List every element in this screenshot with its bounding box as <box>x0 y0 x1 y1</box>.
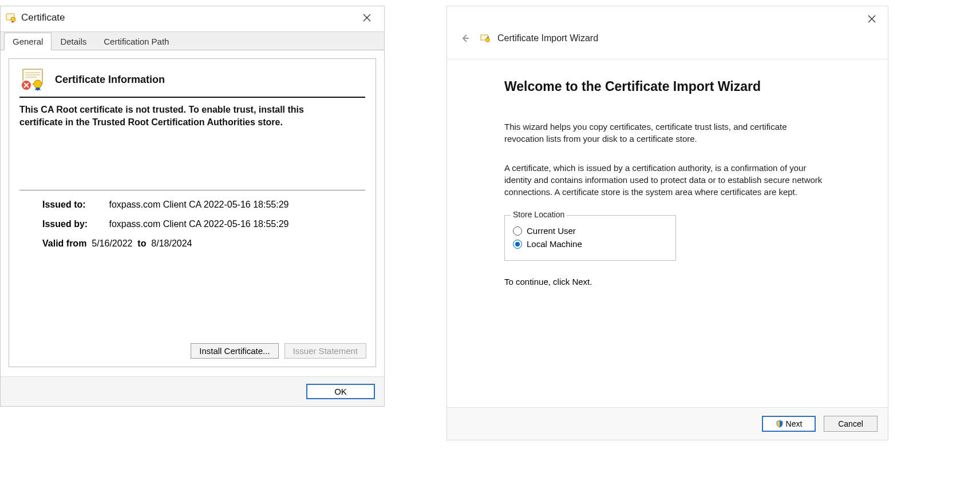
issued-by-label: Issued by: <box>42 219 106 229</box>
certificate-error-icon <box>19 68 47 91</box>
wizard-header: Certificate Import Wizard <box>447 6 888 59</box>
close-button[interactable] <box>860 11 883 27</box>
svg-point-1 <box>11 17 15 22</box>
tab-certification-path[interactable]: Certification Path <box>95 33 177 50</box>
shield-icon <box>776 420 784 428</box>
next-button[interactable]: Next <box>762 416 816 432</box>
issued-by-row: Issued by: foxpass.com Client CA 2022-05… <box>42 219 365 229</box>
trust-warning-text: This CA Root certificate is not trusted.… <box>19 104 340 128</box>
wizard-paragraph-1: This wizard helps you copy certificates,… <box>504 121 825 145</box>
back-button[interactable] <box>459 31 472 45</box>
wizard-paragraph-2: A certificate, which is issued by a cert… <box>504 162 825 198</box>
certificate-footer: OK <box>1 376 384 406</box>
wizard-footer: Next Cancel <box>447 407 888 440</box>
install-certificate-button[interactable]: Install Certificate... <box>191 343 278 359</box>
close-button[interactable] <box>355 10 378 26</box>
certificate-info-title: Certificate Information <box>55 74 165 86</box>
valid-from-value: 5/16/2022 <box>92 238 132 248</box>
close-icon <box>868 15 876 23</box>
ok-button[interactable]: OK <box>306 384 375 399</box>
radio-current-user-label: Current User <box>527 226 576 236</box>
cancel-button[interactable]: Cancel <box>824 416 878 432</box>
arrow-left-icon <box>460 33 471 43</box>
issued-to-row: Issued to: foxpass.com Client CA 2022-05… <box>42 200 365 210</box>
certificate-window-title: Certificate <box>21 12 65 23</box>
close-icon <box>363 14 371 22</box>
tab-body: Certificate Information This CA Root cer… <box>1 50 384 376</box>
svg-point-10 <box>486 38 490 42</box>
radio-current-user[interactable]: Current User <box>513 226 667 236</box>
radio-icon <box>513 240 522 249</box>
wizard-header-icon <box>479 33 491 44</box>
issued-to-value: foxpass.com Client CA 2022-05-16 18:55:2… <box>109 200 289 209</box>
import-wizard-dialog: Certificate Import Wizard Welcome to the… <box>446 6 888 440</box>
wizard-welcome-title: Welcome to the Certificate Import Wizard <box>504 79 865 94</box>
svg-point-7 <box>34 80 42 88</box>
radio-icon <box>513 226 522 236</box>
certificate-dialog: Certificate General Details Certificatio… <box>0 6 385 407</box>
wizard-header-title: Certificate Import Wizard <box>497 33 598 43</box>
certificate-window-icon <box>5 12 17 23</box>
wizard-body: Welcome to the Certificate Import Wizard… <box>447 59 888 298</box>
divider <box>19 97 365 98</box>
divider <box>19 190 365 190</box>
radio-local-machine[interactable]: Local Machine <box>513 239 667 249</box>
continue-hint: To continue, click Next. <box>504 277 865 287</box>
next-button-label: Next <box>786 419 803 428</box>
valid-from-label: Valid from <box>42 238 86 248</box>
radio-local-machine-label: Local Machine <box>527 239 582 249</box>
cert-panel-buttons: Install Certificate... Issuer Statement <box>191 343 366 359</box>
certificate-info-panel: Certificate Information This CA Root cer… <box>9 58 376 367</box>
valid-to-label: to <box>137 238 146 248</box>
tab-strip: General Details Certification Path <box>1 31 384 50</box>
issued-by-value: foxpass.com Client CA 2022-05-16 18:55:2… <box>109 219 289 229</box>
tab-general[interactable]: General <box>4 33 52 50</box>
valid-to-value: 8/18/2024 <box>151 238 192 248</box>
store-location-fieldset: Store Location Current User Local Machin… <box>504 215 676 261</box>
issued-to-label: Issued to: <box>42 200 106 210</box>
tab-details[interactable]: Details <box>52 33 95 50</box>
valid-range-row: Valid from 5/16/2022 to 8/18/2024 <box>42 238 365 249</box>
store-location-legend: Store Location <box>511 210 567 219</box>
certificate-titlebar: Certificate <box>1 6 384 31</box>
certificate-info-header: Certificate Information <box>19 68 365 91</box>
issuer-statement-button: Issuer Statement <box>284 343 366 359</box>
